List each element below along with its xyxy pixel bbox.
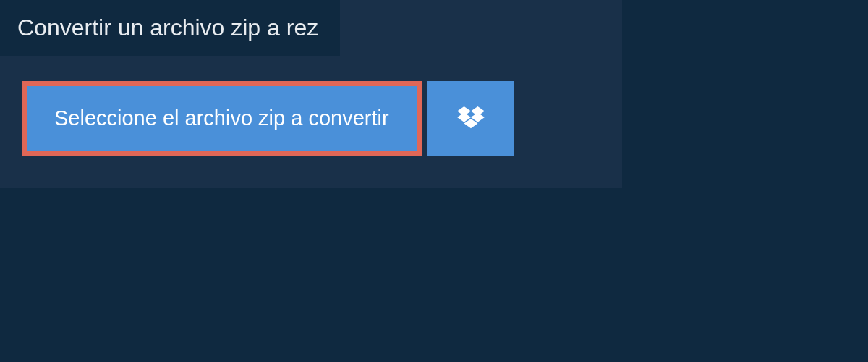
page-title: Convertir un archivo zip a rez	[0, 0, 340, 56]
select-file-label: Seleccione el archivo zip a convertir	[54, 106, 389, 130]
content-area: Seleccione el archivo zip a convertir	[0, 56, 622, 188]
dropbox-icon	[457, 106, 485, 131]
button-row: Seleccione el archivo zip a convertir	[22, 81, 600, 156]
converter-panel: Convertir un archivo zip a rez Seleccion…	[0, 0, 622, 188]
select-file-button[interactable]: Seleccione el archivo zip a convertir	[22, 81, 422, 156]
dropbox-button[interactable]	[427, 81, 514, 156]
